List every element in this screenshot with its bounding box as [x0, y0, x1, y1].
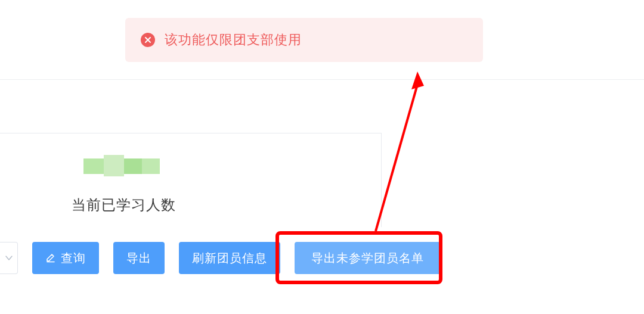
card-border-right [381, 133, 382, 227]
export-button-label: 导出 [126, 250, 151, 266]
card-border-top [0, 133, 382, 133]
query-button[interactable]: 查询 [32, 242, 99, 274]
error-icon [141, 33, 155, 47]
refresh-members-button-label: 刷新团员信息 [192, 250, 267, 266]
stat-value-blurred [83, 155, 161, 179]
filter-select-stub[interactable] [0, 242, 18, 274]
svg-line-0 [376, 85, 417, 231]
pencil-icon [45, 253, 56, 263]
stat-label: 当前已学习人数 [72, 195, 176, 214]
error-banner: 该功能仅限团支部使用 [125, 18, 483, 62]
export-nonlearners-button-label: 导出未参学团员名单 [311, 250, 424, 266]
refresh-members-button[interactable]: 刷新团员信息 [179, 242, 280, 274]
export-button[interactable]: 导出 [113, 242, 165, 274]
chevron-down-icon [5, 254, 13, 262]
query-button-label: 查询 [61, 250, 86, 266]
error-text: 该功能仅限团支部使用 [165, 31, 302, 49]
svg-marker-1 [411, 71, 424, 89]
button-row: 查询 导出 刷新团员信息 导出未参学团员名单 [0, 242, 441, 274]
header-divider [0, 79, 644, 80]
export-nonlearners-button[interactable]: 导出未参学团员名单 [295, 242, 441, 274]
